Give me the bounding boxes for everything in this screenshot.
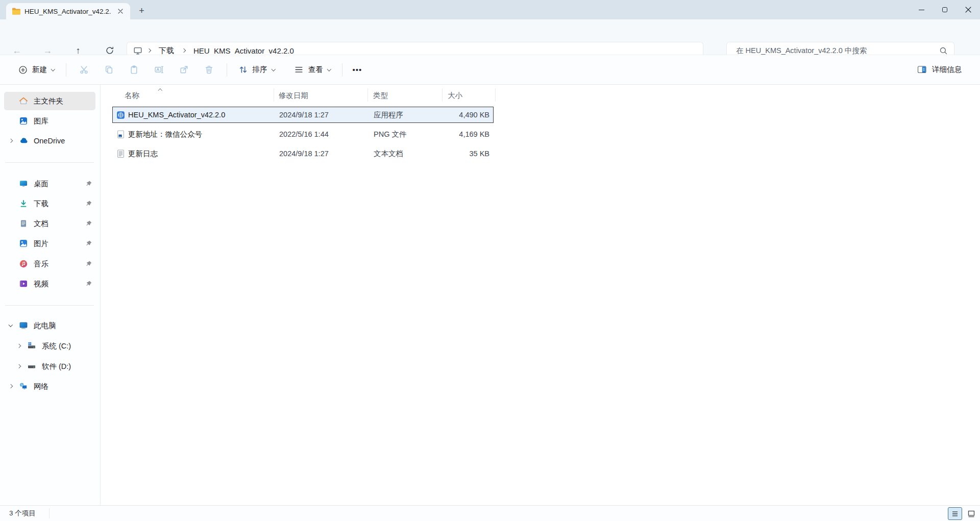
command-toolbar: 新建 bbox=[0, 55, 980, 85]
window-controls bbox=[910, 0, 980, 19]
sidebar-item-label: 软件 (D:) bbox=[42, 362, 95, 371]
sidebar-item-home[interactable]: 主文件夹 bbox=[4, 92, 95, 110]
file-row-update-address[interactable]: 更新地址：微信公众号 2022/5/16 1:44 PNG 文件 4,169 K… bbox=[112, 126, 494, 142]
close-icon bbox=[118, 9, 123, 14]
copy-button[interactable] bbox=[99, 61, 119, 79]
file-type: PNG 文件 bbox=[374, 130, 406, 139]
minimize-button[interactable] bbox=[910, 0, 933, 19]
sidebar-item-label: 桌面 bbox=[34, 179, 85, 189]
paste-icon bbox=[129, 65, 139, 75]
explorer-tab[interactable]: HEU_KMS_Activator_v42.2.0 bbox=[6, 3, 130, 19]
items-count: 3 个项目 bbox=[9, 506, 36, 521]
sidebar-item-label: 网络 bbox=[34, 382, 95, 391]
sidebar-item-gallery[interactable]: 图库 bbox=[4, 112, 95, 130]
file-list-pane: 名称 修改日期 类型 大小 HEU_KMS_Activator_v42.2.0 … bbox=[101, 85, 980, 505]
toolbar-divider bbox=[227, 63, 227, 77]
column-header-size[interactable]: 大小 bbox=[448, 88, 462, 103]
desktop-icon bbox=[17, 179, 30, 188]
sort-ascending-icon bbox=[159, 85, 162, 94]
view-button-label: 查看 bbox=[308, 65, 323, 75]
videos-icon bbox=[17, 279, 30, 288]
file-date: 2022/5/16 1:44 bbox=[279, 130, 329, 138]
maximize-button[interactable] bbox=[933, 0, 957, 19]
sidebar-item-drive-c[interactable]: 系统 (C:) bbox=[4, 337, 95, 355]
file-size: 4,490 KB bbox=[443, 111, 489, 119]
thumbnail-view-toggle[interactable] bbox=[964, 507, 978, 520]
file-row-update-log[interactable]: 更新日志 2024/9/18 1:27 文本文档 35 KB bbox=[112, 145, 494, 162]
sidebar-item-downloads[interactable]: 下载 bbox=[4, 194, 95, 213]
pin-icon bbox=[85, 200, 92, 207]
text-file-icon bbox=[116, 150, 125, 158]
sidebar-item-label: 文档 bbox=[34, 219, 85, 229]
sidebar-item-label: 图片 bbox=[34, 239, 85, 249]
pin-icon bbox=[85, 240, 92, 247]
cut-button[interactable] bbox=[74, 61, 94, 79]
navigation-bar: ← → ↑ 下载 HEU_KMS_Activator_v42.2.0 bbox=[0, 19, 980, 55]
header-underline bbox=[112, 105, 495, 106]
column-divider[interactable] bbox=[495, 88, 496, 102]
image-file-icon bbox=[116, 130, 125, 139]
sidebar-item-label: 系统 (C:) bbox=[42, 341, 95, 351]
music-icon bbox=[17, 259, 30, 268]
folder-icon bbox=[12, 8, 20, 15]
sidebar-item-label: 此电脑 bbox=[34, 321, 95, 331]
sidebar-item-drive-d[interactable]: 软件 (D:) bbox=[4, 357, 95, 376]
new-button[interactable]: 新建 bbox=[12, 61, 61, 79]
column-divider[interactable] bbox=[274, 88, 274, 102]
chevron-right-icon[interactable] bbox=[12, 365, 26, 368]
column-header-name[interactable]: 名称 bbox=[125, 88, 139, 103]
details-view-toggle[interactable] bbox=[948, 507, 962, 520]
sidebar-item-onedrive[interactable]: OneDrive bbox=[4, 132, 95, 150]
rename-button[interactable] bbox=[149, 61, 169, 79]
file-explorer-window: HEU_KMS_Activator_v42.2.0 + ← → ↑ bbox=[0, 0, 980, 521]
chevron-right-icon[interactable] bbox=[4, 385, 17, 388]
tab-close-button[interactable] bbox=[115, 6, 126, 17]
column-divider[interactable] bbox=[368, 88, 368, 102]
navigation-pane: 主文件夹 图库 OneDrive bbox=[0, 85, 101, 505]
details-view-icon bbox=[950, 509, 960, 518]
file-row-heu-kms-activator[interactable]: HEU_KMS_Activator_v42.2.0 2024/9/18 1:27… bbox=[112, 107, 494, 123]
chevron-right-icon[interactable] bbox=[12, 344, 26, 348]
sort-button[interactable]: 排序 bbox=[232, 61, 281, 79]
breadcrumb-separator-icon bbox=[147, 48, 151, 53]
column-header-date[interactable]: 修改日期 bbox=[279, 88, 308, 103]
sidebar-item-desktop[interactable]: 桌面 bbox=[4, 175, 95, 193]
sidebar-item-this-pc[interactable]: 此电脑 bbox=[4, 316, 95, 335]
sidebar-item-videos[interactable]: 视频 bbox=[4, 275, 95, 293]
file-type: 文本文档 bbox=[374, 149, 403, 159]
download-icon bbox=[17, 199, 30, 208]
see-more-button[interactable]: ••• bbox=[348, 61, 368, 78]
drive-d-icon bbox=[26, 362, 38, 371]
trash-icon bbox=[204, 65, 214, 75]
paste-button[interactable] bbox=[124, 61, 144, 79]
view-button[interactable]: 查看 bbox=[288, 61, 337, 79]
new-tab-button[interactable]: + bbox=[135, 4, 149, 18]
search-input[interactable] bbox=[735, 46, 939, 55]
file-date: 2024/9/18 1:27 bbox=[279, 111, 329, 119]
pin-icon bbox=[85, 280, 92, 287]
sidebar-item-music[interactable]: 音乐 bbox=[4, 255, 95, 273]
close-button[interactable] bbox=[957, 0, 980, 19]
home-icon bbox=[17, 96, 30, 106]
app-icon bbox=[116, 111, 125, 119]
column-divider[interactable] bbox=[442, 88, 443, 102]
details-pane-icon bbox=[917, 65, 927, 74]
pin-icon bbox=[85, 220, 92, 227]
sidebar-item-network[interactable]: 网络 bbox=[4, 377, 95, 395]
gallery-icon bbox=[17, 116, 30, 126]
share-button[interactable] bbox=[174, 61, 194, 79]
search-icon bbox=[939, 46, 948, 55]
details-pane-button[interactable]: 详细信息 bbox=[911, 61, 968, 79]
delete-button[interactable] bbox=[199, 61, 219, 79]
file-date: 2024/9/18 1:27 bbox=[279, 150, 329, 158]
chevron-down-icon[interactable] bbox=[4, 324, 17, 327]
minimize-icon bbox=[919, 10, 924, 10]
sidebar-separator bbox=[5, 162, 94, 163]
column-header-type[interactable]: 类型 bbox=[373, 88, 388, 103]
chevron-right-icon[interactable] bbox=[4, 139, 17, 142]
cut-icon bbox=[79, 65, 89, 75]
sidebar-item-documents[interactable]: 文档 bbox=[4, 214, 95, 233]
share-icon bbox=[179, 65, 189, 75]
sidebar-item-label: 图库 bbox=[34, 116, 95, 126]
sidebar-item-pictures[interactable]: 图片 bbox=[4, 234, 95, 253]
